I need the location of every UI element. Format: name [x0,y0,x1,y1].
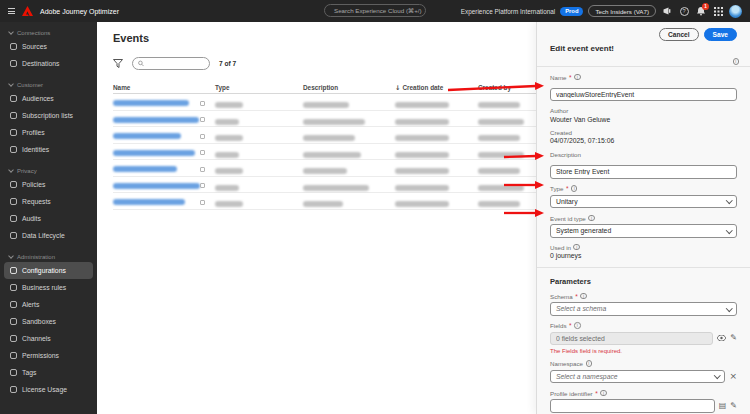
event-id-type-select[interactable]: System generated [550,224,737,238]
info-icon[interactable] [573,244,580,251]
sidebar-item-subscription-lists[interactable]: Subscription lists [4,107,93,124]
sidebar-item-label: Business rules [22,284,66,291]
profile-identifier-input[interactable] [550,399,715,413]
event-lock-icon [200,117,205,122]
sidebar-section-administration[interactable]: Administration [0,252,97,262]
schema-select[interactable]: Select a schema [550,302,737,316]
schema-label: Schema [550,293,573,300]
save-button[interactable]: Save [704,28,737,41]
menu-icon[interactable] [8,8,15,14]
info-icon[interactable] [574,74,581,81]
edit-fields-pencil-icon[interactable] [730,334,737,342]
sidebar-item-label: Alerts [22,301,39,308]
chevron-down-icon [726,305,732,311]
table-row[interactable] [113,193,536,210]
sidebar-item-destinations[interactable]: Destinations [4,55,93,72]
preview-eye-icon[interactable] [717,335,726,341]
type-select[interactable]: Unitary [550,195,737,209]
sidebar-item-label: License Usage [22,386,67,393]
event-name-link[interactable] [113,166,177,172]
sidebar-item-tags[interactable]: Tags [4,364,93,381]
namespace-select[interactable]: Select a namespace [550,370,725,384]
column-header-type[interactable]: Type [215,84,303,91]
column-header-creation-date[interactable]: Creation date [395,84,478,92]
event-description-text [303,135,355,141]
filter-funnel-icon[interactable] [113,59,123,68]
sidebar-item-identities[interactable]: Identities [4,141,93,158]
edit-profile-identifier-pencil-icon[interactable] [730,402,737,410]
created-label: Created [550,129,737,136]
event-name-link[interactable] [113,199,185,205]
info-icon[interactable] [571,185,578,192]
sidebar-item-sandboxes[interactable]: Sandboxes [4,313,93,330]
sidebar-item-permissions[interactable]: Permissions [4,347,93,364]
table-row[interactable] [113,111,536,128]
table-row[interactable] [113,144,536,161]
sidebar-item-business-rules[interactable]: Business rules [4,279,93,296]
sidebar-item-audiences[interactable]: Audiences [4,90,93,107]
sidebar-item-data-lifecycle[interactable]: Data Lifecycle [4,227,93,244]
section-label: Privacy [17,168,37,174]
event-name-link[interactable] [113,150,195,156]
event-name-link[interactable] [113,133,181,139]
event-name-link[interactable] [113,183,200,189]
column-header-created-by[interactable]: Created by [478,84,536,91]
panel-info-icon[interactable] [733,58,740,65]
info-icon[interactable] [580,293,587,300]
events-search-input[interactable] [147,60,204,67]
info-icon[interactable] [574,322,581,329]
help-icon[interactable] [678,5,690,17]
data-picker-icon[interactable] [719,402,727,410]
cancel-button[interactable]: Cancel [659,28,699,41]
clear-namespace-icon[interactable] [729,372,737,381]
chevron-down-icon [8,167,14,173]
column-header-description[interactable]: Description [303,84,395,91]
event-creation-date-text [395,168,449,174]
sidebar-item-requests[interactable]: Requests [4,193,93,210]
event-created-by-text [478,185,524,191]
table-row[interactable] [113,160,536,177]
sidebar-item-audits[interactable]: Audits [4,210,93,227]
destinations-icon [10,60,17,67]
type-field: Type * Unitary [550,185,737,208]
sidebar-item-configurations[interactable]: Configurations [4,262,93,279]
sidebar-section-privacy[interactable]: Privacy [0,166,97,176]
info-icon[interactable] [588,215,595,222]
info-icon[interactable] [586,360,593,367]
avatar[interactable] [729,5,742,18]
sandbox-selector[interactable]: Tech Insiders (VA7) [588,5,656,17]
panel-actions: Cancel Save [550,28,737,41]
event-created-by-text [478,152,524,158]
sidebar-section-customer[interactable]: Customer [0,80,97,90]
license-usage-icon [10,386,17,393]
sidebar-item-label: Sources [22,43,47,50]
description-input[interactable] [550,165,737,179]
sidebar-item-alerts[interactable]: Alerts [4,296,93,313]
app-switcher-icon[interactable] [712,5,724,17]
type-select-value: Unitary [556,198,578,205]
event-name-link[interactable] [113,117,199,123]
name-input[interactable] [550,88,737,102]
sort-descending-icon [395,84,400,92]
created-value: 04/07/2025, 07:15:06 [550,137,737,144]
sidebar-section-connections[interactable]: Connections [0,28,97,38]
sidebar-nav: ConnectionsSourcesDestinationsCustomerAu… [0,22,97,414]
column-header-name[interactable]: Name [113,84,215,91]
notifications-bell-icon[interactable]: 1 [695,5,707,17]
description-field: Description [550,151,737,179]
table-row[interactable] [113,94,536,111]
global-search-input[interactable]: Search Experience Cloud (⌘+/) [324,4,426,17]
table-row[interactable] [113,177,536,194]
sidebar-item-channels[interactable]: Channels [4,330,93,347]
sidebar-item-profiles[interactable]: Profiles [4,124,93,141]
data-lifecycle-icon [10,232,17,239]
sidebar-item-policies[interactable]: Policies [4,176,93,193]
event-name-link[interactable] [113,100,189,106]
table-row[interactable] [113,127,536,144]
announcements-icon[interactable] [661,5,673,17]
sidebar-item-license-usage[interactable]: License Usage [4,381,93,398]
sidebar-item-sources[interactable]: Sources [4,38,93,55]
sandboxes-icon [10,318,17,325]
chevron-down-icon [8,253,14,259]
info-icon[interactable] [600,390,607,397]
